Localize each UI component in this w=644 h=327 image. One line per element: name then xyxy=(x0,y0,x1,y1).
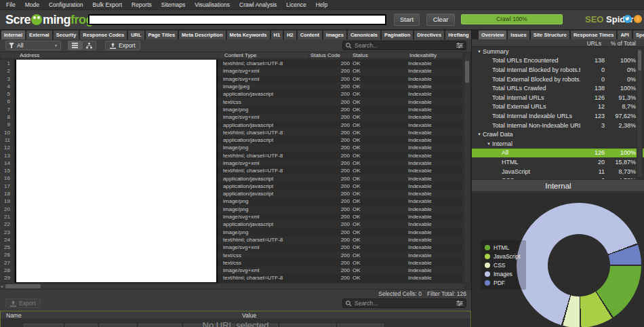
status-code-cell: 200 xyxy=(308,107,350,113)
frog-badge-icon[interactable]: ↑ xyxy=(634,15,642,23)
overview-row-total-internal-non-indexable-urls[interactable]: Total Internal Non-Indexable URLs32,38% xyxy=(472,121,644,130)
search-input[interactable] xyxy=(355,42,454,49)
tab-h2[interactable]: H2 xyxy=(284,31,296,39)
overview-pct-value: 97,62% xyxy=(605,113,636,119)
search-options-icon[interactable] xyxy=(456,43,463,48)
tab-pagination[interactable]: Pagination xyxy=(382,31,413,39)
side-tab-spelli[interactable]: Spelli xyxy=(633,31,644,39)
bottom-search-input[interactable] xyxy=(355,300,454,307)
twitter-icon[interactable] xyxy=(624,15,632,23)
overview-scrollbar[interactable] xyxy=(637,48,643,178)
row-number: 29 xyxy=(0,274,14,282)
content-type-column-header[interactable]: Content Type xyxy=(218,52,308,58)
tab-meta-description[interactable]: Meta Description xyxy=(179,31,225,39)
tree-view-button[interactable] xyxy=(82,41,96,50)
status-cell: OK xyxy=(350,275,407,281)
value-column-header[interactable]: Value xyxy=(242,312,256,319)
pct-column-header[interactable]: % of Total xyxy=(611,40,636,47)
logo-text-scre: Scre xyxy=(5,13,31,27)
overview-row-total-urls-crawled[interactable]: Total URLs Crawled138100% xyxy=(472,83,644,93)
tab-security[interactable]: Security xyxy=(54,31,79,39)
menu-reports[interactable]: Reports xyxy=(127,0,157,10)
indexability-cell: Indexable xyxy=(407,145,462,151)
menu-configuration[interactable]: Configuration xyxy=(44,0,88,10)
tab-url[interactable]: URL xyxy=(128,31,144,39)
content-type-cell: text/css xyxy=(217,252,308,258)
indexability-cell: Indexable xyxy=(407,60,462,66)
table-horizontal-scrollbar[interactable]: ◂ xyxy=(0,283,464,289)
status-cell: OK xyxy=(350,176,407,182)
name-column-header[interactable]: Name xyxy=(6,312,22,319)
menu-help[interactable]: Help xyxy=(311,0,332,10)
table-vertical-scrollbar[interactable] xyxy=(464,52,470,283)
logo-text-ming: ming xyxy=(43,13,71,27)
tab-response-codes[interactable]: Response Codes xyxy=(80,31,127,39)
scroll-left-icon[interactable]: ◂ xyxy=(1,284,3,289)
row-number: 15 xyxy=(0,167,14,174)
overview-row-total-external-urls[interactable]: Total External URLs128,7% xyxy=(472,102,644,112)
clear-button[interactable]: Clear xyxy=(426,14,455,26)
overview-row-all[interactable]: All126100% xyxy=(472,149,644,158)
export-button[interactable]: Export xyxy=(105,41,140,50)
side-tab-site-structure[interactable]: Site Structure xyxy=(531,31,569,39)
side-tab-overview[interactable]: Overview xyxy=(479,31,506,39)
tab-canonicals[interactable]: Canonicals xyxy=(348,31,380,39)
menu-crawl-analysis[interactable]: Crawl Analysis xyxy=(235,0,281,10)
tab-content[interactable]: Content xyxy=(298,31,322,39)
side-tab-response-times[interactable]: Response Times xyxy=(571,31,616,39)
overview-row-internal[interactable]: ▼Internal xyxy=(472,139,644,149)
filter-dropdown[interactable]: All ▼ xyxy=(5,41,61,50)
table-search[interactable] xyxy=(342,41,466,50)
content-type-cell: image/svg+xml xyxy=(217,244,308,250)
row-number: 23 xyxy=(0,229,14,236)
urls-column-header[interactable]: URLs xyxy=(587,40,601,47)
tab-meta-keywords[interactable]: Meta Keywords xyxy=(227,31,270,39)
overview-row-total-internal-indexable-urls[interactable]: Total Internal Indexable URLs12397,62% xyxy=(472,111,644,121)
overview-row-summary[interactable]: ▼Summary xyxy=(472,47,644,56)
content-type-cell: image/png xyxy=(217,229,308,235)
bottom-search[interactable] xyxy=(342,299,466,308)
overview-urls-value: 3 xyxy=(580,122,605,129)
menu-visualisations[interactable]: Visualisations xyxy=(190,0,235,10)
overview-row-crawl-data[interactable]: ▼Crawl Data xyxy=(472,130,644,139)
list-view-button[interactable] xyxy=(68,41,82,50)
tab-hreflang[interactable]: Hreflang xyxy=(445,31,471,39)
scrollbar-thumb[interactable] xyxy=(465,61,469,83)
tab-page-titles[interactable]: Page Titles xyxy=(146,31,178,39)
overview-row-total-internal-urls[interactable]: Total Internal URLs12691,3% xyxy=(472,93,644,102)
indexability-column-header[interactable]: Indexability xyxy=(408,52,462,58)
tab-external[interactable]: External xyxy=(26,31,52,39)
menu-bulk-export[interactable]: Bulk Export xyxy=(88,0,127,10)
side-tab-issues[interactable]: Issues xyxy=(508,31,529,39)
menu-licence[interactable]: Licence xyxy=(281,0,310,10)
overview-row-total-internal-blocked-by-robots-txt[interactable]: Total Internal Blocked by robots.txt00% xyxy=(472,65,644,75)
tab-images[interactable]: Images xyxy=(323,31,346,39)
menu-sitemaps[interactable]: Sitemaps xyxy=(157,0,190,10)
scrollbar-thumb[interactable] xyxy=(638,50,641,71)
scrollbar-thumb[interactable] xyxy=(5,284,41,288)
tab-directives[interactable]: Directives xyxy=(414,31,444,39)
overview-row-total-external-blocked-by-robots-txt[interactable]: Total External Blocked by robots.txt00% xyxy=(472,75,644,84)
expand-arrow-icon[interactable]: ▼ xyxy=(476,50,483,54)
overview-tree: ▼SummaryTotal URLs Encountered138100%Tot… xyxy=(472,47,644,179)
overview-row-html[interactable]: HTML2015,87% xyxy=(472,157,644,167)
status-code-column-header[interactable]: Status Code xyxy=(308,52,350,58)
url-input[interactable] xyxy=(88,14,386,25)
tab-internal[interactable]: Internal xyxy=(1,31,25,39)
menu-mode[interactable]: Mode xyxy=(20,0,44,10)
overview-row-javascript[interactable]: JavaScript118,73% xyxy=(472,167,644,176)
menu-file[interactable]: File xyxy=(1,0,20,10)
content-type-cell: image/svg+xml xyxy=(217,160,308,166)
expand-arrow-icon[interactable]: ▼ xyxy=(485,142,492,146)
tab-h1[interactable]: H1 xyxy=(271,31,283,39)
bottom-export-button[interactable]: Export xyxy=(5,299,41,308)
expand-arrow-icon[interactable]: ▼ xyxy=(476,132,483,136)
side-tab-api[interactable]: API xyxy=(618,31,632,39)
overview-pct-value: 8,7% xyxy=(605,103,636,110)
status-column-header[interactable]: Status xyxy=(350,52,408,58)
address-column-header[interactable]: Address xyxy=(14,52,218,58)
start-button[interactable]: Start xyxy=(394,14,420,26)
search-options-icon[interactable] xyxy=(456,301,463,306)
funnel-icon xyxy=(9,43,14,48)
overview-row-total-urls-encountered[interactable]: Total URLs Encountered138100% xyxy=(472,56,644,66)
